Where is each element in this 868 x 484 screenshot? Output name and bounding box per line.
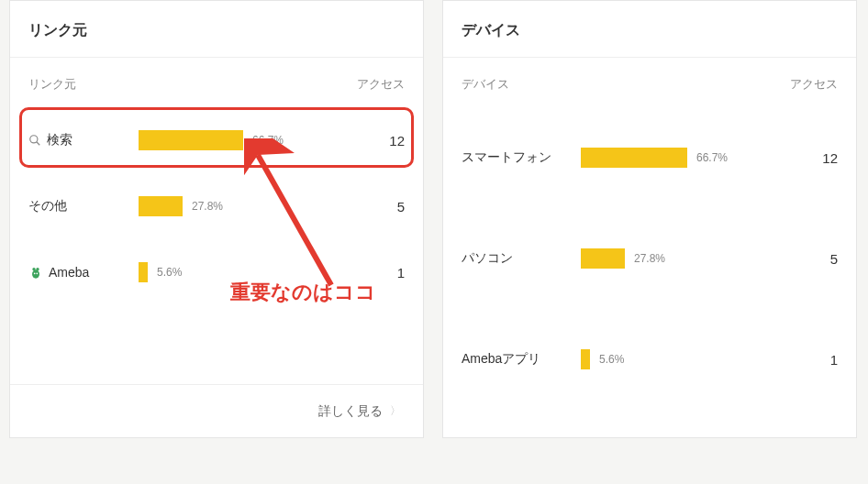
referrer-bar <box>139 196 183 216</box>
search-icon <box>28 134 41 147</box>
device-bar <box>581 148 687 168</box>
referrer-bar <box>139 130 243 150</box>
devices-col-access: アクセス <box>790 76 838 93</box>
referrers-col-label: リンク元 <box>28 76 76 93</box>
device-bar <box>581 248 625 269</box>
device-row[interactable]: Amebaアプリ 5.6% 1 <box>443 309 856 410</box>
referrer-count: 1 <box>368 265 405 280</box>
svg-line-1 <box>37 142 40 146</box>
svg-point-6 <box>36 272 38 274</box>
device-row[interactable]: スマートフォン 66.7% 12 <box>443 107 856 208</box>
referrer-count: 12 <box>368 133 405 148</box>
devices-col-label: デバイス <box>462 76 509 93</box>
svg-point-4 <box>36 268 39 270</box>
chevron-right-icon: 〉 <box>390 403 401 419</box>
referrer-label: Ameba <box>49 265 89 280</box>
device-percent: 66.7% <box>696 151 728 164</box>
referrers-col-headers: リンク元 アクセス <box>10 58 423 107</box>
referrer-row[interactable]: その他 27.8% 5 <box>10 173 423 239</box>
referrer-row[interactable]: Ameba 5.6% 1 <box>10 239 423 305</box>
referrer-percent: 27.8% <box>192 200 223 213</box>
referrers-col-access: アクセス <box>357 76 405 93</box>
referrer-count: 5 <box>368 199 405 214</box>
device-label: スマートフォン <box>462 149 551 166</box>
devices-card: デバイス デバイス アクセス スマートフォン 66.7% 12 パソコン 27.… <box>442 0 857 438</box>
svg-point-0 <box>30 136 38 143</box>
referrer-bar <box>139 262 148 282</box>
referrer-percent: 5.6% <box>157 266 182 279</box>
device-count: 1 <box>801 352 838 368</box>
referrer-percent: 66.7% <box>252 134 284 147</box>
device-percent: 27.8% <box>634 252 665 265</box>
referrers-card: リンク元 リンク元 アクセス 検索 66.7% 1 <box>9 0 424 438</box>
referrers-rows: 検索 66.7% 12 その他 27.8% 5 <box>10 107 423 305</box>
svg-point-3 <box>32 268 35 270</box>
devices-rows: スマートフォン 66.7% 12 パソコン 27.8% 5 Amebaアプリ <box>443 107 856 410</box>
device-row[interactable]: パソコン 27.8% 5 <box>443 208 856 309</box>
device-count: 12 <box>801 150 838 166</box>
svg-point-2 <box>32 270 39 278</box>
referrer-label: その他 <box>28 198 67 214</box>
referrer-label: 検索 <box>47 132 72 148</box>
referrer-row[interactable]: 検索 66.7% 12 <box>10 107 423 173</box>
device-label: Amebaアプリ <box>462 351 540 368</box>
see-more-label: 詳しく見る <box>318 403 383 420</box>
devices-title: デバイス <box>443 1 856 58</box>
referrers-title: リンク元 <box>10 1 423 58</box>
devices-col-headers: デバイス アクセス <box>443 58 856 107</box>
ameba-icon <box>28 265 43 280</box>
svg-point-5 <box>34 272 36 274</box>
device-count: 5 <box>801 251 838 267</box>
device-percent: 5.6% <box>599 353 624 366</box>
see-more-link[interactable]: 詳しく見る 〉 <box>10 384 423 437</box>
device-label: パソコン <box>462 250 513 267</box>
device-bar <box>581 349 590 369</box>
